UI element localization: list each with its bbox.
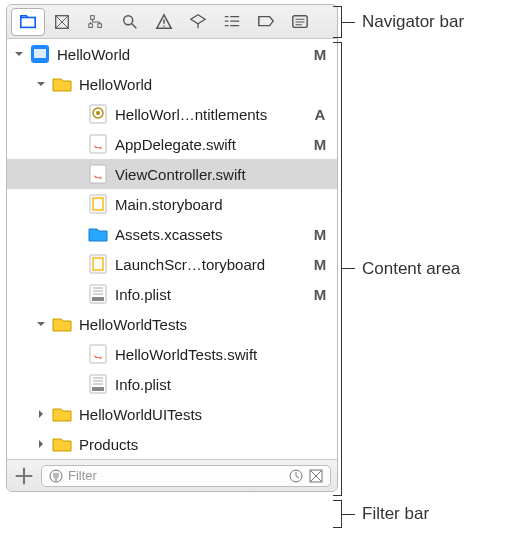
folder-icon xyxy=(51,403,73,425)
svg-rect-20 xyxy=(92,297,104,301)
test-icon[interactable] xyxy=(181,8,215,36)
callout-filter: Filter bar xyxy=(362,504,429,524)
debug-icon[interactable] xyxy=(215,8,249,36)
search-icon[interactable] xyxy=(113,8,147,36)
disclosure-triangle[interactable] xyxy=(35,78,47,90)
tree-row[interactable]: LaunchScr…toryboardM xyxy=(7,249,337,279)
project-icon xyxy=(29,43,51,65)
svg-rect-13 xyxy=(90,135,106,153)
file-label: HelloWorld xyxy=(79,76,311,93)
filter-field[interactable] xyxy=(41,465,331,487)
clock-icon[interactable] xyxy=(288,468,304,484)
symbol-icon[interactable] xyxy=(79,8,113,36)
callout-navbar: Navigator bar xyxy=(362,12,464,32)
tree-row[interactable]: HelloWorldTests xyxy=(7,309,337,339)
svg-rect-3 xyxy=(89,23,93,27)
file-label: Main.storyboard xyxy=(115,196,311,213)
entitlements-icon xyxy=(87,103,109,125)
swift-icon xyxy=(87,343,109,365)
tree-row[interactable]: AppDelegate.swiftM xyxy=(7,129,337,159)
file-label: HelloWorld xyxy=(57,46,311,63)
svg-rect-14 xyxy=(90,165,106,183)
disclosure-triangle[interactable] xyxy=(35,408,47,420)
issue-icon[interactable] xyxy=(147,8,181,36)
scm-status: M xyxy=(311,136,329,153)
disclosure-triangle[interactable] xyxy=(35,438,47,450)
folder-icon xyxy=(51,313,73,335)
storyboard-icon xyxy=(87,253,109,275)
scm-status: M xyxy=(311,286,329,303)
callout-content: Content area xyxy=(362,259,460,279)
tree-row[interactable]: Products xyxy=(7,429,337,459)
tree-row[interactable]: HelloWorldTests.swift xyxy=(7,339,337,369)
navigator-bar xyxy=(7,5,337,39)
scm-status: M xyxy=(311,256,329,273)
tree-row[interactable]: Info.plist xyxy=(7,369,337,399)
tree-row[interactable]: HelloWorldUITests xyxy=(7,399,337,429)
disclosure-triangle[interactable] xyxy=(35,318,47,330)
svg-point-5 xyxy=(124,15,133,24)
svg-rect-23 xyxy=(92,387,104,391)
svg-rect-0 xyxy=(21,17,35,27)
filter-input[interactable] xyxy=(68,468,284,483)
svg-rect-2 xyxy=(91,15,95,19)
swift-icon xyxy=(87,163,109,185)
navigator-panel: HelloWorldMHelloWorldHelloWorl…ntitlemen… xyxy=(6,4,338,492)
tree-row[interactable]: Assets.xcassetsM xyxy=(7,219,337,249)
svg-rect-4 xyxy=(98,23,102,27)
file-label: HelloWorldTests xyxy=(79,316,311,333)
tree-row[interactable]: HelloWorldM xyxy=(7,39,337,69)
report-icon[interactable] xyxy=(283,8,317,36)
folder-icon xyxy=(51,433,73,455)
file-label: AppDelegate.swift xyxy=(115,136,311,153)
svg-point-12 xyxy=(96,111,100,115)
storyboard-icon xyxy=(87,193,109,215)
tree-row[interactable]: HelloWorl…ntitlementsA xyxy=(7,99,337,129)
tree-row[interactable]: Info.plistM xyxy=(7,279,337,309)
scm-status: M xyxy=(311,46,329,63)
file-label: LaunchScr…toryboard xyxy=(115,256,311,273)
file-label: Info.plist xyxy=(115,376,311,393)
file-label: HelloWorldTests.swift xyxy=(115,346,311,363)
svg-point-6 xyxy=(163,25,165,27)
plist-icon xyxy=(87,373,109,395)
file-label: Info.plist xyxy=(115,286,311,303)
filter-icon xyxy=(48,468,64,484)
folder-icon xyxy=(51,73,73,95)
tree-row[interactable]: Main.storyboard xyxy=(7,189,337,219)
tree-row[interactable]: HelloWorld xyxy=(7,69,337,99)
scm-filter-icon[interactable] xyxy=(308,468,324,484)
swift-icon xyxy=(87,133,109,155)
scm-status: A xyxy=(311,106,329,123)
file-label: HelloWorl…ntitlements xyxy=(115,106,311,123)
breakpoint-icon[interactable] xyxy=(249,8,283,36)
file-label: Products xyxy=(79,436,311,453)
add-button[interactable] xyxy=(13,465,35,487)
disclosure-triangle[interactable] xyxy=(13,48,25,60)
file-label: HelloWorldUITests xyxy=(79,406,311,423)
file-label: ViewController.swift xyxy=(115,166,311,183)
scm-status: M xyxy=(311,226,329,243)
file-label: Assets.xcassets xyxy=(115,226,311,243)
filter-bar xyxy=(7,459,337,491)
tree-row[interactable]: ViewController.swift xyxy=(7,159,337,189)
project-tree: HelloWorldMHelloWorldHelloWorl…ntitlemen… xyxy=(7,39,337,459)
svg-rect-9 xyxy=(34,49,46,58)
source-control-icon[interactable] xyxy=(45,8,79,36)
folder-icon[interactable] xyxy=(11,8,45,36)
svg-rect-21 xyxy=(90,345,106,363)
assets-icon xyxy=(87,223,109,245)
plist-icon xyxy=(87,283,109,305)
